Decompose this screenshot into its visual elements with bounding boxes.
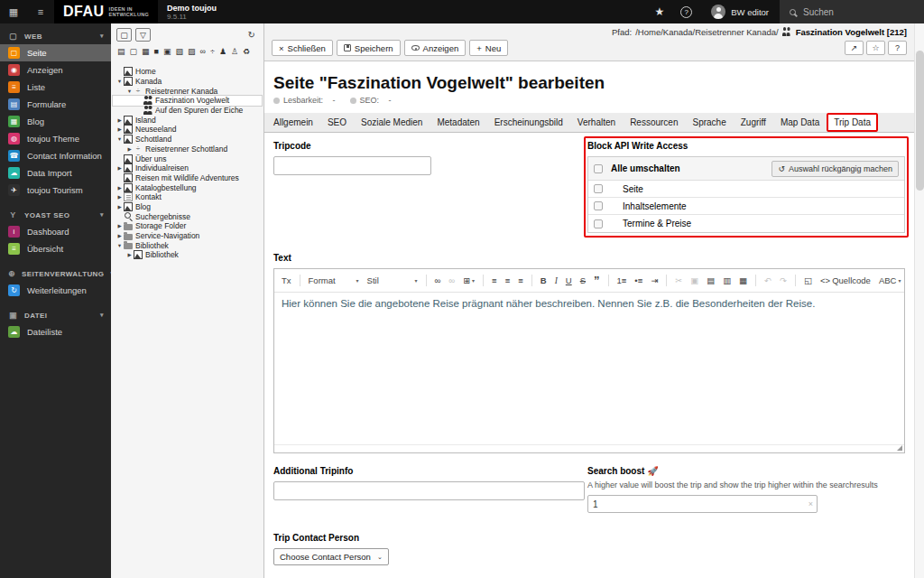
tree-item[interactable]: ▼ Bibliothek	[113, 240, 262, 250]
new-site-page-icon[interactable]: ▤	[117, 47, 125, 56]
view-button[interactable]: Anzeigen	[404, 40, 467, 56]
align-center-icon[interactable]: ≡	[503, 274, 513, 287]
tree-item[interactable]: ▼ ÷ Reisetrenner Kanada	[113, 86, 262, 96]
module-section-header[interactable]: ▣ DATEI ▾	[0, 307, 111, 323]
tree-caret-icon[interactable]: ▶	[116, 117, 124, 123]
style-select[interactable]: Stil▾	[365, 274, 420, 287]
help-icon[interactable]: ?	[680, 6, 692, 18]
new-link-icon[interactable]: ∞	[200, 47, 206, 56]
search-boost-input[interactable]	[587, 495, 818, 513]
indent-button[interactable]: ⇥	[648, 274, 661, 287]
tree-item[interactable]: Suchergebnisse	[113, 211, 262, 221]
open-new-window-icon[interactable]: ↗	[845, 41, 864, 55]
new-page-icon[interactable]: ▢	[130, 47, 138, 56]
sidebar-item-anzeigen[interactable]: ◉ Anzeigen	[0, 61, 111, 79]
tab-erscheinungsbild[interactable]: Erscheinungsbild	[487, 113, 570, 132]
bookmark-icon[interactable]: ☆	[866, 41, 885, 55]
tab-verhalten[interactable]: Verhalten	[570, 113, 623, 132]
tab-zugriff[interactable]: Zugriff	[734, 113, 773, 132]
sidebar-item-toujou-tourism[interactable]: ✈ toujou Tourism	[0, 182, 111, 199]
refresh-icon[interactable]: ↻	[245, 30, 258, 40]
remove-format-button[interactable]: Tx	[279, 274, 294, 287]
sidebar-item-seite[interactable]: ▢ Seite	[0, 44, 111, 61]
align-right-icon[interactable]: ≡	[515, 274, 526, 287]
undo-icon[interactable]: ↶	[762, 274, 774, 287]
paste-word-icon[interactable]: ▦	[736, 274, 750, 287]
sidebar-item-liste[interactable]: ≡ Liste	[0, 79, 111, 96]
module-section-header[interactable]: ⊕ SEITENVERWALTUNG ▾	[0, 266, 111, 282]
tab-trip-data[interactable]: Trip Data	[827, 113, 878, 132]
tab-sprache[interactable]: Sprache	[685, 113, 733, 132]
sidebar-item-contact-information[interactable]: ☎ Contact Information	[0, 147, 111, 164]
unlink-icon[interactable]: ∞	[446, 274, 457, 287]
tree-item[interactable]: ▶ ÷ Reisetrenner Schottland	[113, 144, 262, 154]
new-recycler-icon[interactable]: ♻	[243, 47, 250, 56]
tree-caret-icon[interactable]: ▶	[116, 204, 124, 210]
rte-content[interactable]: Hier können Sie die angebotene Reise prä…	[274, 293, 904, 444]
tree-item[interactable]: Home	[113, 67, 262, 77]
search-input[interactable]: Suchen	[780, 0, 924, 23]
italic-button[interactable]: I	[552, 275, 560, 287]
filter-icon[interactable]: ▽	[135, 28, 151, 42]
new-group-page-icon[interactable]: ♟	[219, 47, 226, 56]
tree-caret-icon[interactable]: ▼	[116, 243, 124, 248]
scrollbar-thumb[interactable]	[916, 51, 924, 191]
sidebar-item--bersicht[interactable]: ≡ Übersicht	[0, 240, 111, 257]
user-menu[interactable]: BW editor	[700, 0, 780, 23]
tree-caret-icon[interactable]: ▶	[116, 126, 124, 132]
tree-item[interactable]: ▶ Bibliothek	[113, 250, 262, 260]
checkbox[interactable]	[594, 184, 603, 193]
underline-button[interactable]: U	[563, 274, 575, 287]
tab-map-data[interactable]: Map Data	[773, 113, 827, 132]
tree-item[interactable]: ▶ Individualreisen	[113, 163, 262, 173]
tab-allgemein[interactable]: Allgemein	[266, 113, 320, 132]
tree-caret-icon[interactable]: ▼	[116, 136, 124, 142]
tree-caret-icon[interactable]: ▶	[116, 185, 124, 191]
link-icon[interactable]: ∞	[432, 274, 444, 287]
checkbox[interactable]	[594, 201, 603, 210]
module-section-header[interactable]: Y YOAST SEO ▾	[0, 207, 111, 223]
format-select[interactable]: Format▾	[306, 274, 362, 287]
maximize-icon[interactable]: ◱	[801, 274, 815, 287]
tree-caret-icon[interactable]: ▼	[125, 89, 134, 94]
new-record-icon[interactable]: ▨	[188, 47, 196, 56]
tree-item[interactable]: ▶ Service-Navigation	[113, 231, 262, 241]
scrollbar[interactable]	[914, 23, 924, 578]
new-button[interactable]: +Neu	[469, 40, 508, 56]
spellcheck-button[interactable]: ABC▾	[876, 274, 904, 287]
tree-caret-icon[interactable]: ▶	[125, 146, 134, 152]
pagetree-toggle-icon[interactable]: ≡	[27, 0, 54, 23]
additional-tripinfo-input[interactable]	[273, 481, 585, 500]
tree-caret-icon[interactable]: ▶	[125, 252, 134, 257]
unordered-list-button[interactable]: •≡	[632, 274, 645, 287]
tree-item[interactable]: ▶ Island	[113, 115, 262, 125]
tab-soziale-medien[interactable]: Soziale Medien	[354, 113, 430, 132]
new-divider-icon[interactable]: ÷	[210, 47, 215, 56]
modules-grid-icon[interactable]: ▦	[0, 0, 27, 23]
sidebar-item-dashboard[interactable]: i Dashboard	[0, 223, 111, 240]
new-shortcut-icon[interactable]: ▦	[142, 47, 150, 56]
tree-item[interactable]: ▶ Katalogbestellung	[113, 182, 262, 192]
bookmark-star-icon[interactable]: ★	[647, 0, 673, 23]
module-section-header[interactable]: ▢ WEB ▾	[0, 28, 111, 44]
revert-selection-button[interactable]: ↺ Auswahl rückgängig machen	[772, 161, 899, 177]
sidebar-item-blog[interactable]: ▦ Blog	[0, 113, 111, 130]
contact-person-select[interactable]: Choose Contact Person ⌄	[273, 548, 389, 565]
align-left-icon[interactable]: ≡	[489, 274, 500, 287]
save-button[interactable]: Speichern	[337, 40, 401, 56]
resize-handle[interactable]	[897, 445, 902, 451]
tree-item[interactable]: Reisen mit Wildlife Adventures	[113, 173, 262, 183]
new-folder-icon[interactable]: ▧	[176, 47, 184, 56]
sidebar-item-formulare[interactable]: ▤ Formulare	[0, 96, 111, 113]
copy-icon[interactable]: ▣	[688, 274, 701, 287]
tab-metadaten[interactable]: Metadaten	[430, 113, 486, 132]
tree-caret-icon[interactable]: ▶	[116, 233, 124, 238]
tree-item[interactable]: Auf den Spuren der Eiche	[113, 106, 262, 116]
paste-text-icon[interactable]: ▥	[720, 274, 734, 287]
sidebar-item-data-import[interactable]: ☁ Data Import	[0, 164, 111, 182]
tree-item[interactable]: ▶ Blog	[113, 202, 262, 212]
tree-item[interactable]: ▼ Schottland	[113, 135, 262, 144]
new-user-page-icon[interactable]: ♙	[231, 47, 238, 56]
source-button[interactable]: <>Quellcode	[818, 274, 873, 287]
new-page-button[interactable]: ▢	[116, 28, 132, 42]
